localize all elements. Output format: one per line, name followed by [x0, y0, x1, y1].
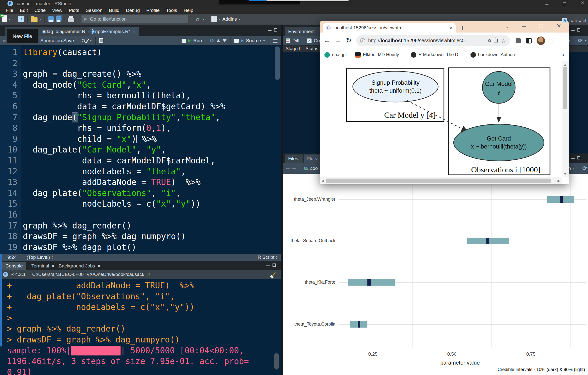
tab-plots[interactable]: Plots: [304, 154, 322, 163]
scroll-right-icon[interactable]: ▶: [557, 179, 560, 183]
menu-plots[interactable]: Plots: [66, 8, 82, 13]
diff-button[interactable]: Diff: [292, 38, 299, 43]
editor-tab-dag-diagrammer[interactable]: dag_diagrammer.R✕: [40, 27, 89, 36]
scope-selector[interactable]: (Top Level): [27, 255, 50, 260]
previous-plot-icon[interactable]: ⬅: [286, 165, 290, 171]
scroll-up-icon[interactable]: ▲: [562, 63, 569, 67]
scroll-down-icon[interactable]: ▼: [562, 172, 569, 176]
menu-build[interactable]: Build: [106, 8, 123, 13]
chrome-maximize-button[interactable]: [539, 24, 543, 29]
compile-report-icon[interactable]: [99, 38, 103, 43]
maximize-button[interactable]: [559, 1, 569, 7]
pane-minimize-icon[interactable]: [571, 29, 575, 31]
site-info-icon[interactable]: i: [360, 38, 365, 43]
editor-tab-npo-examples[interactable]: npoExamples.R*✕: [89, 27, 139, 36]
plots-pane-buttons[interactable]: [571, 156, 580, 159]
save-all-icon[interactable]: [56, 16, 61, 22]
new-tab-button[interactable]: +: [460, 24, 464, 32]
new-project-icon[interactable]: R: [18, 16, 24, 22]
run-previous-icon[interactable]: [216, 39, 220, 42]
commit-button[interactable]: Co: [314, 38, 320, 43]
refresh-caret[interactable]: ▾: [585, 39, 587, 42]
console-scrollbar[interactable]: [274, 353, 279, 370]
extensions-icon[interactable]: [516, 38, 521, 43]
clear-console-icon[interactable]: [272, 272, 276, 276]
git-caret[interactable]: ▾: [202, 17, 204, 21]
panes-caret[interactable]: ▾: [219, 17, 221, 21]
pane-maximize-icon[interactable]: [577, 28, 580, 32]
git-icon[interactable]: +−G: [196, 16, 200, 22]
tab-close-icon[interactable]: ✕: [449, 25, 453, 31]
refresh-plot-icon[interactable]: ⟳: [583, 165, 587, 172]
rerun-icon[interactable]: ↺: [210, 38, 214, 44]
code-editor[interactable]: 1library(causact)23graph = dag_create() …: [0, 45, 281, 254]
zoom-button[interactable]: Zoo: [310, 166, 318, 171]
source-caret[interactable]: ▾: [263, 39, 265, 42]
run-next-icon[interactable]: [223, 39, 227, 42]
side-panel-icon[interactable]: [526, 38, 532, 43]
find-icon[interactable]: [82, 39, 85, 42]
code-tools-icon[interactable]: [86, 38, 89, 42]
tab-close-icon[interactable]: ✕: [97, 263, 101, 269]
panes-icon[interactable]: [211, 16, 217, 22]
vertical-scrollbar[interactable]: ▲ ▼: [562, 61, 569, 177]
menu-profile[interactable]: Profile: [143, 8, 163, 13]
tab-terminal[interactable]: Terminal✕: [28, 262, 59, 270]
browser-tab[interactable]: R localhost:15296/session/viewhtm ✕: [323, 23, 456, 33]
pane-maximize-icon[interactable]: [577, 156, 580, 159]
tab-environment[interactable]: Environment: [285, 27, 322, 36]
tab-files[interactable]: Files: [285, 154, 303, 163]
print-icon[interactable]: [68, 18, 74, 22]
addins-caret[interactable]: ▾: [239, 17, 240, 21]
address-bar[interactable]: i http://localhost:15296/session/viewhtm…: [356, 35, 510, 46]
goto-directory-icon[interactable]: ➚: [147, 272, 151, 277]
pane-minimize-icon[interactable]: [571, 157, 575, 159]
zoom-plot-icon[interactable]: [304, 167, 308, 170]
console-output[interactable]: + addDataNode = TRUE) %>%+ dag_plate("Ob…: [0, 279, 281, 375]
diff-icon[interactable]: [286, 38, 290, 43]
new-file-caret[interactable]: ▾: [9, 17, 11, 21]
tab-background-jobs[interactable]: Background Jobs✕: [55, 262, 105, 270]
pane-minimize-icon[interactable]: [266, 264, 270, 266]
filetype-selector[interactable]: R Script: [258, 255, 274, 260]
hscroll-thumb[interactable]: [326, 179, 551, 183]
bookmark-item[interactable]: Elkton, MD Hourly...: [355, 52, 402, 58]
bookmark-item[interactable]: R Markdown: The D...: [411, 52, 462, 58]
tab-search-chevron-icon[interactable]: ⌄: [505, 23, 509, 29]
minimize-button[interactable]: [542, 0, 551, 6]
tab-close-icon[interactable]: ✕: [132, 29, 136, 34]
profile-avatar[interactable]: [537, 37, 545, 45]
close-button[interactable]: ✕: [578, 0, 588, 6]
pull-caret[interactable]: ▾: [569, 39, 571, 42]
menu-code[interactable]: Code: [31, 8, 49, 13]
run-button[interactable]: Run: [193, 38, 202, 43]
menu-file[interactable]: File: [2, 8, 17, 13]
browser-back-icon[interactable]: ←: [321, 37, 332, 44]
menu-debug[interactable]: Debug: [123, 8, 143, 13]
new-file-icon[interactable]: +: [2, 15, 7, 23]
vscroll-thumb[interactable]: [563, 67, 567, 109]
run-icon[interactable]: [182, 39, 186, 43]
tab-close-icon[interactable]: ✕: [51, 263, 55, 269]
open-file-icon[interactable]: [31, 17, 38, 22]
chrome-close-button[interactable]: ✕: [556, 23, 561, 29]
menu-session[interactable]: Session: [82, 8, 106, 13]
horizontal-scrollbar[interactable]: ◀ ▶: [320, 177, 562, 184]
bookmark-item[interactable]: chatgpt: [324, 52, 347, 58]
code-tools-caret[interactable]: ▾: [90, 39, 92, 42]
scroll-left-icon[interactable]: ◀: [321, 179, 324, 183]
refresh-icon[interactable]: ⟳: [578, 38, 583, 44]
project-menu-button[interactable]: R causact: [562, 17, 588, 24]
pane-divider[interactable]: [281, 25, 283, 375]
export-caret[interactable]: ▾: [573, 166, 575, 170]
menu-view[interactable]: View: [49, 8, 66, 13]
browser-forward-icon[interactable]: →: [332, 37, 343, 44]
menu-tools[interactable]: Tools: [163, 8, 180, 13]
source-button[interactable]: Source: [246, 38, 261, 43]
chrome-minimize-button[interactable]: [522, 23, 526, 28]
share-icon[interactable]: [494, 39, 498, 42]
chrome-menu-icon[interactable]: ⋮: [550, 37, 556, 44]
document-outline-icon[interactable]: [273, 38, 277, 43]
git-pane-buttons[interactable]: [571, 28, 580, 32]
console-pane-buttons[interactable]: [266, 263, 276, 267]
